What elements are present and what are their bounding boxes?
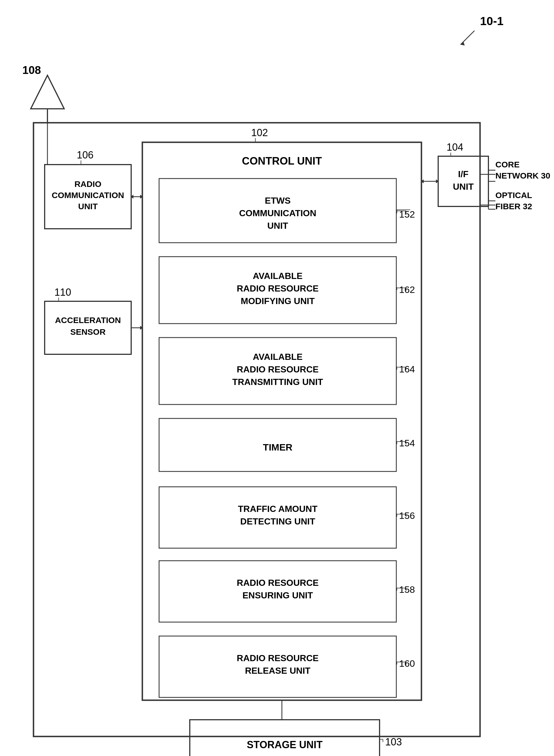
accel-label2: SENSOR: [70, 327, 106, 336]
timer-label: TIMER: [263, 442, 292, 452]
etws-ref: 152: [399, 209, 415, 219]
rre-ref: 158: [399, 584, 415, 595]
arrt-label3: TRANSMITTING UNIT: [232, 377, 323, 387]
if-label1: I/F: [458, 169, 468, 179]
traffic-label1: TRAFFIC AMOUNT: [238, 504, 318, 514]
arrm-label1: AVAILABLE: [253, 271, 302, 281]
svg-marker-1: [460, 41, 465, 46]
optical-fiber-label1: OPTICAL: [495, 191, 532, 200]
if-ref: 104: [447, 141, 463, 153]
radio-comm-label2: COMMUNICATION: [52, 191, 124, 200]
rrr-ref: 160: [399, 658, 415, 669]
core-network-label1: CORE: [495, 160, 520, 169]
svg-marker-2: [31, 75, 64, 109]
timer-ref: 154: [399, 438, 415, 448]
arrt-label2: RADIO RESOURCE: [237, 364, 319, 374]
if-label2: UNIT: [453, 182, 474, 192]
rre-label2: ENSURING UNIT: [242, 590, 313, 600]
radio-comm-ref: 106: [77, 149, 94, 161]
etws-label2: COMMUNICATION: [239, 208, 317, 218]
arrm-ref: 162: [399, 284, 415, 295]
control-unit-ref: 102: [251, 127, 268, 138]
antenna-ref: 108: [22, 64, 41, 76]
etws-label3: UNIT: [267, 220, 288, 231]
etws-label1: ETWS: [265, 196, 290, 206]
rrr-label2: RELEASE UNIT: [245, 666, 311, 676]
storage-ref: 103: [385, 736, 402, 748]
arrt-ref: 164: [399, 364, 415, 374]
rrr-label1: RADIO RESOURCE: [237, 653, 319, 663]
control-unit-label: CONTROL UNIT: [242, 155, 322, 167]
storage-label: STORAGE UNIT: [247, 739, 322, 750]
rre-label1: RADIO RESOURCE: [237, 578, 319, 588]
traffic-ref: 156: [399, 510, 415, 521]
radio-comm-label3: UNIT: [78, 202, 98, 211]
diagram-ref-label: 10-1: [480, 14, 503, 27]
if-unit-box: [438, 156, 488, 206]
arrm-label3: MODIFYING UNIT: [241, 296, 315, 306]
arrt-label1: AVAILABLE: [253, 352, 302, 362]
arrm-label2: RADIO RESOURCE: [237, 284, 319, 294]
accel-label1: ACCELERATION: [55, 316, 121, 325]
optical-fiber-label2: FIBER 32: [495, 202, 532, 211]
radio-comm-label: RADIO: [74, 179, 102, 189]
core-network-label2: NETWORK 30: [495, 171, 550, 180]
traffic-label2: DETECTING UNIT: [240, 516, 315, 526]
storage-unit-box: [190, 720, 380, 756]
accel-ref: 110: [54, 287, 71, 298]
